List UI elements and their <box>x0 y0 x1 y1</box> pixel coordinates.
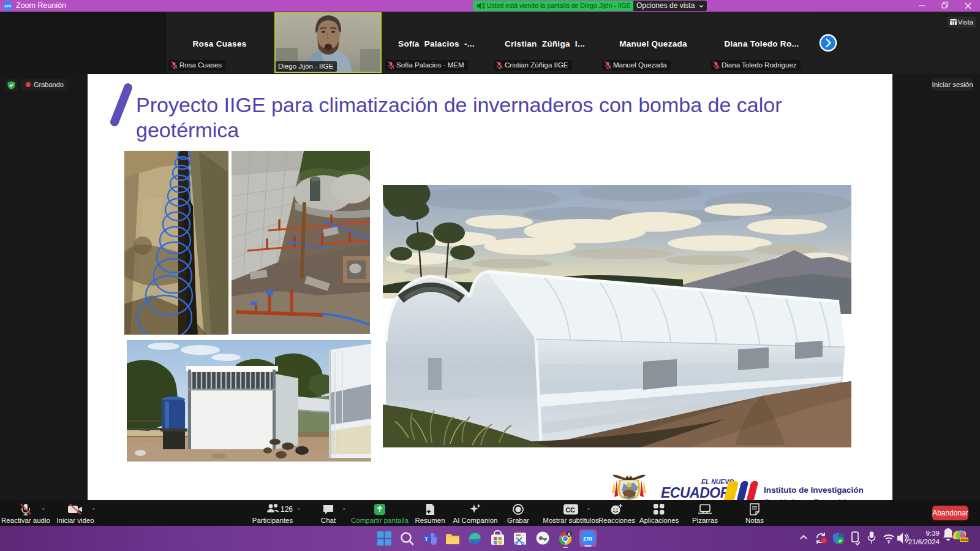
svg-text:T: T <box>424 536 428 542</box>
svg-text:CC: CC <box>566 506 576 514</box>
svg-text:zm: zm <box>583 534 592 542</box>
svg-text:126: 126 <box>281 505 293 514</box>
svg-text:PRE: PRE <box>961 538 968 542</box>
svg-text:Instituto de Investigación: Instituto de Investigación <box>764 485 864 495</box>
svg-text:ECUADOR: ECUADOR <box>661 485 731 500</box>
